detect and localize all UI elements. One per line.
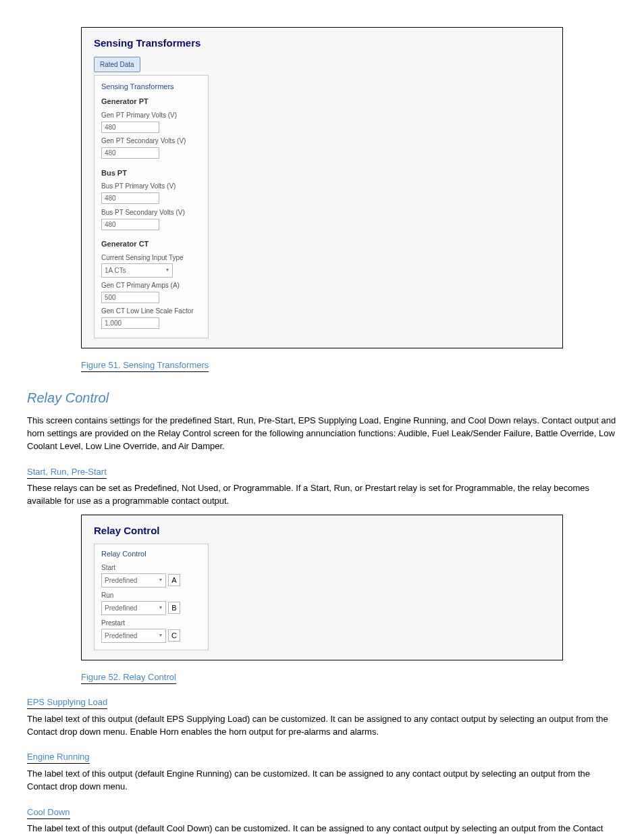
chevron-down-icon: ▾: [156, 576, 165, 584]
subsection-engine-running: Engine Running: [27, 750, 617, 764]
callout-c: C: [168, 629, 180, 642]
select-ct-type[interactable]: 1A CTs ▾: [101, 263, 173, 278]
select-prestart[interactable]: Predefined ▾: [101, 629, 166, 643]
paragraph: These relays can be set as Predefined, N…: [27, 482, 617, 508]
field-label-start: Start: [101, 563, 201, 573]
paragraph: The label text of this output (default E…: [27, 768, 617, 793]
field-label-prestart: Prestart: [101, 618, 201, 628]
field-label-ct-type: Current Sensing Input Type: [101, 253, 201, 263]
text-column: EPS Supplying Load The label text of thi…: [27, 696, 617, 834]
chevron-down-icon: ▾: [156, 631, 165, 640]
tab-rated-data[interactable]: Rated Data: [94, 57, 140, 72]
panel-title: Relay Control: [94, 523, 550, 539]
callout-a: A: [168, 574, 180, 586]
chevron-down-icon: ▾: [163, 266, 172, 274]
panel-inner: Relay Control Start Predefined ▾ A Run P…: [94, 544, 209, 650]
group-generator-ct: Generator CT: [101, 238, 201, 250]
subsection-eps: EPS Supplying Load: [27, 696, 617, 709]
section-header: Relay Control: [101, 548, 201, 560]
input-gen-ct-scale[interactable]: [101, 317, 159, 329]
subsection-cool-down: Cool Down: [27, 806, 617, 819]
relay-control-panel: Relay Control Relay Control Start Predef…: [81, 515, 563, 660]
field-label-gen-pt-secondary: Gen PT Secondary Volts (V): [101, 136, 201, 146]
select-value: 1A CTs: [102, 264, 163, 277]
input-bus-pt-secondary[interactable]: [101, 219, 159, 230]
select-start[interactable]: Predefined ▾: [101, 573, 166, 588]
section-title-relay-control: Relay Control: [27, 388, 617, 408]
panel-title: Sensing Transformers: [94, 36, 550, 51]
subsection-start-run-prestart: Start, Run, Pre-Start: [27, 465, 617, 479]
chevron-down-icon: ▾: [156, 604, 165, 612]
paragraph: The label text of this output (default C…: [27, 823, 617, 834]
paragraph: The label text of this output (default E…: [27, 713, 617, 739]
field-label-gen-pt-primary: Gen PT Primary Volts (V): [101, 110, 201, 120]
input-gen-pt-secondary[interactable]: [101, 147, 159, 159]
field-label-gen-ct-scale: Gen CT Low Line Scale Factor: [101, 306, 201, 316]
row-run: Predefined ▾ B: [101, 601, 201, 615]
group-generator-pt: Generator PT: [101, 96, 201, 107]
figure-caption-51: Figure 51. Sensing Transformers: [81, 359, 563, 372]
input-bus-pt-primary[interactable]: [101, 192, 159, 204]
select-value: Predefined: [102, 629, 156, 642]
callout-b: B: [168, 602, 180, 614]
select-run[interactable]: Predefined ▾: [101, 601, 166, 615]
row-prestart: Predefined ▾ C: [101, 629, 201, 643]
field-label-run: Run: [101, 590, 201, 600]
field-label-gen-ct-primary: Gen CT Primary Amps (A): [101, 280, 201, 290]
sensing-transformers-panel: Sensing Transformers Rated Data Sensing …: [81, 27, 563, 348]
text-column: Relay Control This screen contains setti…: [27, 388, 617, 508]
section-header: Sensing Transformers: [101, 81, 201, 93]
select-value: Predefined: [102, 574, 156, 587]
input-gen-ct-primary[interactable]: [101, 292, 159, 303]
group-bus-pt: Bus PT: [101, 167, 201, 179]
input-gen-pt-primary[interactable]: [101, 122, 159, 133]
paragraph: This screen contains settings for the pr…: [27, 415, 617, 453]
figure-caption-52: Figure 52. Relay Control: [81, 671, 563, 684]
field-label-bus-pt-secondary: Bus PT Secondary Volts (V): [101, 207, 201, 217]
field-label-bus-pt-primary: Bus PT Primary Volts (V): [101, 181, 201, 191]
row-start: Predefined ▾ A: [101, 573, 201, 588]
select-value: Predefined: [102, 602, 156, 615]
panel-inner: Sensing Transformers Generator PT Gen PT…: [94, 75, 209, 338]
